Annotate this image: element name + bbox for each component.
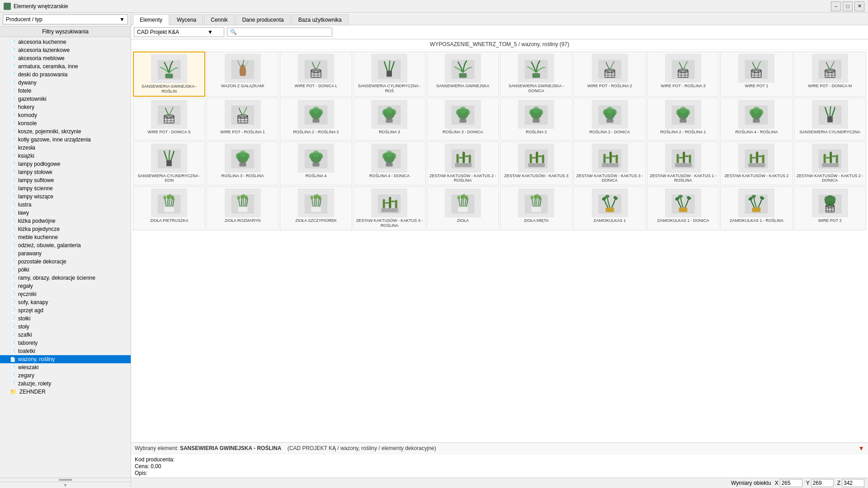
- sidebar-item-24[interactable]: 📄meble kuchenne: [0, 233, 131, 241]
- grid-item-28[interactable]: ZESTAW KAKTUSÓW - KAKTUS 2: [720, 141, 793, 186]
- sidebar-item-22[interactable]: 📄łóżka podwójne: [0, 217, 131, 225]
- grid-item-35[interactable]: ZIOŁA MIĘTA: [500, 186, 572, 230]
- grid-item-10[interactable]: WIRE POT - DONICA S: [133, 98, 205, 141]
- grid-item-2[interactable]: WIRE POT - DONICA L: [280, 52, 352, 97]
- dim-y-input[interactable]: [811, 479, 834, 487]
- grid-item-38[interactable]: ZAMIOKULKAS 1 - ROŚLINA: [720, 186, 793, 230]
- grid-item-16[interactable]: ROŚLINA 2 - DONICA: [573, 98, 646, 141]
- sidebar-item-12[interactable]: 📄kotły gazowe, inne urządzenia: [0, 136, 131, 144]
- sidebar-item-7[interactable]: 📄gazetowniki: [0, 95, 131, 103]
- grid-item-17[interactable]: ROŚLINA 2 - ROŚLINA 1: [647, 98, 719, 141]
- grid-item-39[interactable]: WIRE POT 2: [794, 186, 866, 230]
- sidebar-item-14[interactable]: 📄książki: [0, 152, 131, 160]
- grid-item-37[interactable]: ZAMIOKULKAS 1 - DONICA: [647, 186, 719, 230]
- dim-z-input[interactable]: [842, 479, 864, 487]
- grid-item-11[interactable]: WIRE POT - ROŚLINA 1: [206, 98, 278, 141]
- tab-dane-producenta[interactable]: Dane producenta: [236, 14, 291, 25]
- grid-item-31[interactable]: ZIOŁA ROZMARYN: [206, 186, 278, 230]
- producer-dropdown[interactable]: CAD Projekt K&A ▼: [134, 27, 224, 37]
- grid-item-23[interactable]: ROŚLINA 4 - DONICA: [353, 141, 425, 186]
- sidebar-item-5[interactable]: 📄dywany: [0, 79, 131, 87]
- producer-type-dropdown[interactable]: Producent / typ ▼: [3, 14, 128, 24]
- grid-item-14[interactable]: ROŚLINA 3 - DONICA: [427, 98, 499, 141]
- sidebar-item-15[interactable]: 📄lampy podłogowe: [0, 160, 131, 168]
- grid-item-18[interactable]: ROŚLINA 4 - ROŚLINA: [720, 98, 793, 141]
- sidebar-item-29[interactable]: 📄ramy, obrazy, dekoracje ścienne: [0, 274, 131, 282]
- minimize-button[interactable]: −: [831, 1, 841, 11]
- sidebar-item-6[interactable]: 📄fotele: [0, 87, 131, 95]
- sidebar-item-2[interactable]: 📄akcesoria meblowe: [0, 54, 131, 62]
- grid-item-20[interactable]: SANSEWIERIA CYLINDRYCZNA - DON: [133, 141, 205, 186]
- grid-item-13[interactable]: ROŚLINA 3: [353, 98, 425, 141]
- tab-wycena[interactable]: Wycena: [170, 14, 203, 25]
- grid-item-24[interactable]: ZESTAW KAKTUSÓW - KAKTUS 2 - ROŚLINA: [427, 141, 499, 186]
- grid-item-1[interactable]: WAZON Z GAŁĄZKAMI: [206, 52, 278, 97]
- sidebar-item-0[interactable]: 📄akcesoria kuchenne: [0, 38, 131, 46]
- sidebar-item-40[interactable]: 📄wieszaki: [0, 363, 131, 371]
- grid-item-7[interactable]: WIRE POT - ROŚLINA 3: [647, 52, 719, 97]
- filter-bar-button[interactable]: Filtry wyszukiwania: [0, 27, 131, 37]
- sidebar-item-9[interactable]: 📄komody: [0, 111, 131, 119]
- grid-item-5[interactable]: SANSEWIERIA GWINEJSKA - DONICA: [500, 52, 572, 97]
- sidebar-item-20[interactable]: 📄lustra: [0, 201, 131, 209]
- sidebar-item-41[interactable]: 📄zegary: [0, 371, 131, 380]
- sidebar-item-3[interactable]: 📄armatura, ceramika, inne: [0, 62, 131, 70]
- info-expand-icon[interactable]: ▼: [858, 445, 864, 452]
- sidebar-item-38[interactable]: 📄toaletki: [0, 347, 131, 355]
- sidebar-item-10[interactable]: 📄konsole: [0, 119, 131, 127]
- grid-item-30[interactable]: ZIOŁA PIETRUSZKA: [133, 186, 205, 230]
- grid-item-12[interactable]: ROŚLINA 2 - ROŚLINA 2: [280, 98, 352, 141]
- grid-item-33[interactable]: ZESTAW KAKTUSÓW - KAKTUS 3 - ROŚLINA: [353, 186, 425, 230]
- grid-item-25[interactable]: ZESTAW KAKTUSÓW - KAKTUS 3: [500, 141, 572, 186]
- grid-container[interactable]: SANSEWIERIA GWINEJSKA - ROŚLIN WAZON Z G…: [131, 50, 868, 442]
- grid-item-3[interactable]: SANSEWIERIA CYLINDRYCZNA - ROŚ: [353, 52, 425, 97]
- grid-item-22[interactable]: ROŚLINA 4: [280, 141, 352, 186]
- sidebar-item-26[interactable]: 📄parawany: [0, 249, 131, 258]
- sidebar-item-13[interactable]: 📄krzesła: [0, 144, 131, 152]
- sidebar-item-4[interactable]: 📄deski do prasowania: [0, 70, 131, 79]
- sidebar-item-42[interactable]: 📄żaluzje, rolety: [0, 380, 131, 388]
- tab-baza-użytkownika[interactable]: Baza użytkownika: [292, 14, 349, 25]
- sidebar-item-23[interactable]: 📄łóżka pojedyncze: [0, 225, 131, 233]
- search-input[interactable]: [239, 29, 329, 35]
- sidebar-item-36[interactable]: 📄szafki: [0, 331, 131, 339]
- sidebar-item-30[interactable]: 📄regały: [0, 282, 131, 290]
- grid-item-15[interactable]: ROŚLINA 2: [500, 98, 572, 141]
- grid-item-4[interactable]: SANSEWIERIA GWINEJSKA: [427, 52, 499, 97]
- sidebar-item-17[interactable]: 📄lampy sufitowe: [0, 176, 131, 184]
- tab-elementy[interactable]: Elementy: [133, 14, 169, 25]
- grid-item-19[interactable]: SANSEWIERIA CYLINDRYCZNA: [794, 98, 866, 141]
- sidebar-item-16[interactable]: 📄lampy stołowe: [0, 168, 131, 176]
- grid-item-26[interactable]: ZESTAW KAKTUSÓW - KAKTUS 3 - DONICA: [573, 141, 646, 186]
- grid-item-32[interactable]: ZIOŁA SZCZYPIOREK: [280, 186, 352, 230]
- grid-item-8[interactable]: WIRE POT 1: [720, 52, 793, 97]
- sidebar-item-11[interactable]: 📄kosze, pojemniki, skrzynie: [0, 127, 131, 136]
- sidebar-item-31[interactable]: 📄ręczniki: [0, 290, 131, 298]
- sidebar-item-21[interactable]: 📄ławy: [0, 209, 131, 217]
- grid-item-21[interactable]: ROŚLINA 3 - ROŚLINA: [206, 141, 278, 186]
- grid-item-9[interactable]: WIRE POT - DONICA M: [794, 52, 866, 97]
- close-button[interactable]: ✕: [854, 1, 864, 11]
- grid-item-0[interactable]: SANSEWIERIA GWINEJSKA - ROŚLIN: [133, 52, 205, 97]
- sidebar-item-33[interactable]: 📄sprzęt agd: [0, 306, 131, 314]
- sidebar-item-1[interactable]: 📄akcesoria łazienkowe: [0, 46, 131, 54]
- dim-x-input[interactable]: [780, 479, 802, 487]
- sidebar-item-8[interactable]: 📄hokery: [0, 103, 131, 111]
- sidebar-item-35[interactable]: 📄stoły: [0, 323, 131, 331]
- maximize-button[interactable]: □: [843, 1, 853, 11]
- sidebar-item-25[interactable]: 📄odzież, obuwie, galanteria: [0, 241, 131, 249]
- sidebar-item-18[interactable]: 📄lampy ścienne: [0, 184, 131, 192]
- sidebar-item-39[interactable]: 📄wazony, rośliny: [0, 355, 131, 363]
- grid-item-29[interactable]: ZESTAW KAKTUSÓW - KAKTUS 2 - DONICA: [794, 141, 866, 186]
- grid-item-6[interactable]: WIRE POT - ROŚLINA 2: [573, 52, 646, 97]
- tab-cennik[interactable]: Cennik: [204, 14, 234, 25]
- sidebar-item-43[interactable]: 📁ZEHNDER: [0, 388, 131, 396]
- grid-item-34[interactable]: ZIOŁA: [427, 186, 499, 230]
- grid-item-27[interactable]: ZESTAW KAKTUSÓW - KAKTUS 1 - ROŚLINA: [647, 141, 719, 186]
- sidebar-item-28[interactable]: 📄półki: [0, 266, 131, 274]
- grid-item-36[interactable]: ZAMIOKULKAS 1: [573, 186, 646, 230]
- sidebar-item-37[interactable]: 📄taborety: [0, 339, 131, 347]
- sidebar-item-19[interactable]: 📄lampy wiszące: [0, 192, 131, 201]
- sidebar-item-34[interactable]: 📄stołki: [0, 314, 131, 323]
- sidebar-item-32[interactable]: 📄sofy, kanapy: [0, 298, 131, 306]
